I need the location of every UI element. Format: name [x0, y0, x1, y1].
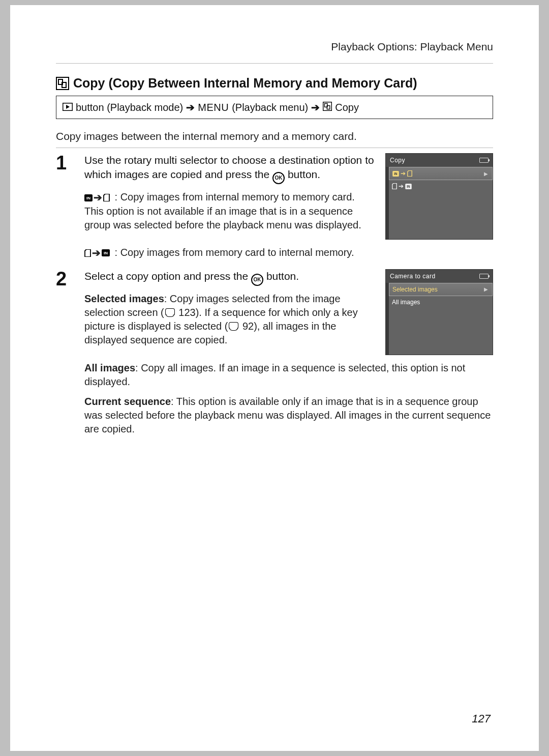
sd-card-icon — [84, 249, 91, 257]
step-1: 1 Use the rotary multi selector to choos… — [56, 153, 493, 266]
divider — [56, 148, 493, 148]
nav-end-label: Copy — [335, 102, 359, 113]
step-number: 1 — [56, 153, 74, 172]
screen2-row-selected-images: Selected images ▶ — [389, 283, 493, 296]
copy-small-icon — [323, 102, 332, 113]
copy-menu-icon — [56, 77, 69, 90]
section-header: Playback Options: Playback Menu — [56, 41, 493, 53]
nav-btn-label: button (Playback mode) — [76, 102, 183, 113]
svg-text:IN: IN — [407, 185, 410, 188]
navigation-path: button (Playback mode) ➔ MENU (Playback … — [56, 96, 493, 119]
manual-ref-icon — [229, 322, 238, 330]
divider — [56, 63, 493, 64]
screen1-row-in-to-card: IN ➔ ▶ — [389, 167, 493, 180]
camera-screen-camera-to-card: Camera to card Selected images ▶ All ima… — [385, 269, 493, 356]
step-2-title: Select a copy option and press the OK bu… — [84, 269, 375, 286]
svg-text:IN: IN — [86, 196, 90, 200]
screen1-title: Copy — [390, 156, 405, 164]
step-1-option-card-to-in: ➔ IN : Copy images from memory card to i… — [84, 246, 493, 260]
battery-icon — [479, 158, 489, 163]
screen2-row-all-images: All images — [389, 296, 493, 309]
step-2: 2 Select a copy option and press the OK … — [56, 269, 493, 443]
menu-glyph: MENU — [198, 102, 229, 113]
arrow-icon: ➔ — [186, 101, 195, 113]
step-1-option-in-to-card: IN ➔ : Copy images from internal memory … — [84, 190, 375, 232]
chevron-right-icon: ▶ — [484, 286, 488, 293]
step-2-selected-images: Selected images: Copy images selected fr… — [84, 292, 375, 347]
internal-memory-icon: IN — [102, 249, 110, 256]
page-title-text: Copy (Copy Between Internal Memory and M… — [73, 76, 417, 91]
internal-memory-icon: IN — [84, 194, 93, 201]
step-2-all-images: All images: Copy all images. If an image… — [84, 361, 493, 389]
chevron-right-icon: ▶ — [484, 170, 488, 178]
ok-button-icon: OK — [272, 172, 285, 184]
step-number: 2 — [56, 269, 74, 288]
camera-screen-copy: Copy IN ➔ ▶ — [385, 153, 493, 240]
intro-text: Copy images between the internal memory … — [56, 130, 493, 142]
arrow-icon: ➔ — [311, 101, 320, 113]
manual-ref-icon — [165, 308, 175, 316]
step-2-current-sequence: Current sequence: This option is availab… — [84, 395, 493, 436]
ok-button-icon: OK — [251, 274, 263, 286]
svg-text:IN: IN — [394, 172, 398, 176]
svg-text:IN: IN — [104, 251, 108, 255]
nav-menu-label: (Playback menu) — [232, 102, 308, 113]
page-title: Copy (Copy Between Internal Memory and M… — [56, 76, 493, 91]
page-number: 127 — [472, 712, 491, 725]
playback-button-icon — [63, 102, 73, 113]
screen2-title: Camera to card — [390, 272, 436, 280]
step-1-title: Use the rotary multi selector to choose … — [84, 153, 375, 184]
sd-card-icon — [103, 194, 110, 201]
battery-icon — [479, 274, 489, 279]
svg-marker-4 — [66, 105, 70, 109]
screen1-row-card-to-in: ➔ IN — [389, 180, 493, 193]
manual-page: Playback Options: Playback Menu Copy (Co… — [10, 5, 539, 751]
